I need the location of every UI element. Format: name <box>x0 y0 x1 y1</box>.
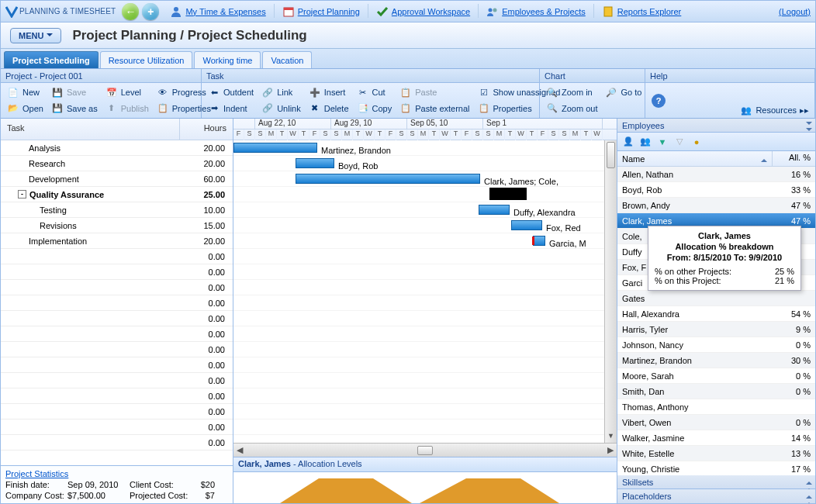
gantt-body[interactable]: Martinez, BrandonBoyd, RobClark, James; … <box>233 140 617 443</box>
task-row[interactable]: 0.00 <box>1 249 233 264</box>
task-row[interactable]: 0.00 <box>1 357 233 373</box>
btn-delete[interactable]: ✖Delete <box>306 102 352 116</box>
section-employees[interactable]: Employees <box>617 119 815 133</box>
task-row[interactable]: 0.00 <box>1 404 233 419</box>
task-row[interactable]: 0.00 <box>1 435 233 450</box>
col-task[interactable]: Task <box>1 119 180 140</box>
btn-new[interactable]: 📄New <box>4 85 47 99</box>
task-row[interactable]: 0.00 <box>1 264 233 280</box>
employee-row[interactable]: Harris, Tyler9 % <box>617 322 815 337</box>
coins-icon[interactable]: ● <box>690 136 703 148</box>
btn-zoom-in[interactable]: 🔍Zoom in <box>543 85 600 99</box>
task-row[interactable]: 0.00 <box>1 419 233 435</box>
stat-finish-label: Finish date: <box>5 480 67 489</box>
btn-paste-ext[interactable]: 📋Paste external <box>396 102 472 116</box>
employee-row[interactable]: Smith, Dan0 % <box>617 384 815 399</box>
employee-row[interactable]: Boyd, Rob33 % <box>617 182 815 198</box>
filter-clear-icon[interactable]: ▽ <box>673 136 686 148</box>
task-row[interactable]: Development60.00 <box>1 171 233 187</box>
nav-my-time[interactable]: My Time & Expenses <box>167 4 268 19</box>
btn-level[interactable]: 📅Level <box>102 85 152 99</box>
resources-toggle[interactable]: 👥Resources ▸▸ <box>737 103 812 117</box>
btn-outdent[interactable]: ⬅Outdent <box>205 85 257 99</box>
employee-row[interactable]: Walker, Jasmine14 % <box>617 430 815 446</box>
gantt-bar[interactable]: Clark, James; Cole, <box>296 174 480 184</box>
btn-save[interactable]: 💾Save <box>48 85 101 99</box>
btn-paste[interactable]: 📋Paste <box>396 85 472 99</box>
menu-button[interactable]: MENU <box>10 28 61 43</box>
gantt-bar[interactable]: Fox, Red <box>511 220 542 230</box>
employee-name: Young, Christie <box>622 464 773 474</box>
btn-link[interactable]: 🔗Link <box>258 85 304 99</box>
employee-name: Moore, Sarah <box>622 371 773 381</box>
employee-pct: 47 % <box>773 216 811 226</box>
btn-goto[interactable]: 🔎Go to <box>602 85 645 99</box>
tab-vacation[interactable]: Vacation <box>262 51 312 68</box>
employee-row[interactable]: Allen, Nathan16 % <box>617 167 815 182</box>
progress-icon: 👁 <box>157 86 169 98</box>
col-hours[interactable]: Hours <box>180 119 233 140</box>
task-row[interactable]: Analysis20.00 <box>1 140 233 156</box>
add-employee-icon[interactable]: 👤 <box>622 136 634 148</box>
section-skillsets[interactable]: Skillsets <box>617 475 815 489</box>
task-row[interactable]: 0.00 <box>1 295 233 311</box>
btn-insert[interactable]: ➕Insert <box>306 85 352 99</box>
btn-zoom-out[interactable]: 🔍Zoom out <box>543 102 600 116</box>
employee-row[interactable]: White, Estelle13 % <box>617 446 815 461</box>
tt-other-label: % on other Projects: <box>655 267 731 276</box>
milestone-bar[interactable] <box>489 188 527 200</box>
gantt-bar-label: Clark, James; Cole, <box>479 177 558 186</box>
employee-row[interactable]: Young, Christie17 % <box>617 461 815 475</box>
task-row[interactable]: 0.00 <box>1 373 233 388</box>
filter-add-icon[interactable]: ▼ <box>656 136 669 148</box>
gantt-bar[interactable]: Martinez, Brandon <box>233 143 317 153</box>
employee-row[interactable]: Johnson, Nancy0 % <box>617 337 815 353</box>
nav-reports[interactable]: Reports Explorer <box>599 4 685 19</box>
task-row[interactable]: Research20.00 <box>1 156 233 171</box>
employee-row[interactable]: Brown, Andy47 % <box>617 198 815 213</box>
nav-back-button[interactable]: ← <box>122 3 139 20</box>
employee-row[interactable]: Gates <box>617 291 815 306</box>
employee-row[interactable]: Hall, Alexandra54 % <box>617 306 815 322</box>
btn-unlink[interactable]: 🔗Unlink <box>258 102 304 116</box>
btn-publish[interactable]: ⬆Publish <box>102 102 152 116</box>
btn-indent[interactable]: ➡Indent <box>205 102 257 116</box>
col-emp-pct[interactable]: All. % <box>773 151 815 166</box>
nav-project-planning[interactable]: Project Planning <box>279 4 363 19</box>
task-row[interactable]: 0.00 <box>1 311 233 326</box>
gantt-bar[interactable]: Garcia, M <box>533 236 545 246</box>
stats-link[interactable]: Project Statistics <box>5 469 68 478</box>
tab-project-scheduling[interactable]: Project Scheduling <box>4 51 99 68</box>
gantt-hscroll[interactable]: ◀▶ <box>233 443 617 457</box>
task-row[interactable]: 0.00 <box>1 326 233 342</box>
employee-row[interactable]: Thomas, Anthony <box>617 399 815 415</box>
add-group-icon[interactable]: 👥 <box>639 136 652 148</box>
employee-row[interactable]: Martinez, Brandon30 % <box>617 353 815 368</box>
task-row[interactable]: -Quality Assurance25.00 <box>1 187 233 202</box>
tab-working-time[interactable]: Working time <box>194 51 261 68</box>
task-row[interactable]: Implementation20.00 <box>1 233 233 249</box>
btn-saveas[interactable]: 💾Save as <box>48 102 101 116</box>
gantt-bar[interactable]: Duffy, Alexandra <box>479 205 510 215</box>
nav-employees[interactable]: Employees & Projects <box>483 4 589 19</box>
employee-row[interactable]: Moore, Sarah0 % <box>617 368 815 384</box>
btn-copy[interactable]: 📑Copy <box>354 102 396 116</box>
nav-forward-button[interactable]: + <box>142 3 159 20</box>
btn-open[interactable]: 📂Open <box>4 102 47 116</box>
expander-icon[interactable]: - <box>18 190 26 198</box>
task-row[interactable]: Revisions15.00 <box>1 218 233 233</box>
tab-resource-utilization[interactable]: Resource Utilization <box>100 51 193 68</box>
logout-link[interactable]: (Logout) <box>779 7 811 16</box>
task-row[interactable]: 0.00 <box>1 342 233 357</box>
section-placeholders[interactable]: Placeholders <box>617 489 815 503</box>
btn-cut[interactable]: ✂Cut <box>354 85 396 99</box>
task-row[interactable]: 0.00 <box>1 388 233 404</box>
nav-approval[interactable]: Approval Workspace <box>373 4 473 19</box>
employee-row[interactable]: Vibert, Owen0 % <box>617 415 815 430</box>
gantt-bar[interactable]: Boyd, Rob <box>296 158 334 168</box>
task-row[interactable]: Testing10.00 <box>1 202 233 218</box>
col-emp-name[interactable]: Name <box>617 151 773 166</box>
task-row[interactable]: 0.00 <box>1 280 233 295</box>
gantt-vscroll[interactable]: ▲▼ <box>604 140 617 443</box>
allocation-tooltip: Clark, James Allocation % breakdown From… <box>648 226 801 291</box>
